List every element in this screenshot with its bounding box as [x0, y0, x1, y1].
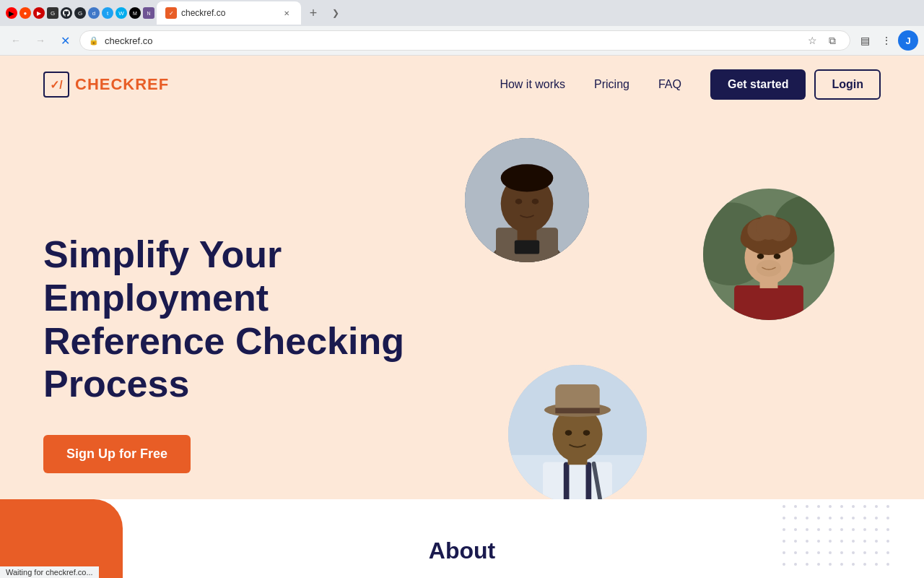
address-bar[interactable]: 🔒 checkref.co ☆ ⧉: [79, 30, 850, 51]
dot: [806, 540, 808, 543]
dot: [817, 540, 820, 543]
bookmark-page-icon[interactable]: ☆: [803, 32, 821, 49]
browser-menu-button[interactable]: ⋮: [876, 30, 897, 51]
lock-icon: 🔒: [89, 36, 99, 46]
dot: [817, 528, 820, 531]
dot: [829, 517, 832, 519]
dot: [806, 505, 808, 508]
active-tab-title: checkref.co: [181, 8, 276, 18]
new-tab-button[interactable]: +: [303, 3, 323, 23]
dot: [794, 563, 797, 566]
dot: [817, 517, 820, 519]
dot: [875, 517, 878, 519]
svg-point-35: [757, 215, 781, 239]
favicon-2[interactable]: ●: [19, 7, 31, 19]
dot: [875, 563, 878, 566]
dot: [806, 517, 808, 519]
address-bar-row: ← → ✕ 🔒 checkref.co ☆ ⧉ ▤ ⋮ J: [0, 26, 924, 55]
dot: [886, 551, 889, 554]
svg-point-38: [774, 254, 781, 259]
favicon-8[interactable]: t: [102, 7, 113, 19]
logo-text: CHECKREF: [75, 75, 169, 94]
svg-point-9: [532, 199, 539, 204]
dot: [852, 517, 855, 519]
sidebar-toggle-button[interactable]: ▤: [855, 30, 875, 51]
dot: [875, 551, 878, 554]
nav-pricing[interactable]: Pricing: [594, 78, 629, 91]
favicon-7[interactable]: d: [88, 7, 100, 19]
dot: [863, 528, 866, 531]
navbar: ✓/ CHECKREF How it works Pricing FAQ Get…: [0, 56, 924, 113]
dot: [863, 517, 866, 519]
dot: [783, 551, 785, 554]
dot: [886, 505, 889, 508]
dot: [875, 528, 878, 531]
dot: [794, 528, 797, 531]
favicon-6[interactable]: G: [74, 7, 86, 19]
dot: [829, 528, 832, 531]
favicon-5[interactable]: [61, 7, 72, 19]
nav-how-it-works[interactable]: How it works: [500, 78, 565, 91]
dot: [806, 528, 808, 531]
favicon-11[interactable]: N: [143, 7, 154, 19]
avatar-2: [505, 362, 650, 506]
dot: [806, 551, 808, 554]
dot: [817, 551, 820, 554]
favicon-10[interactable]: M: [129, 7, 141, 19]
active-tab[interactable]: ✓ checkref.co ✕: [157, 1, 301, 25]
dot: [840, 563, 843, 566]
dot: [794, 517, 797, 519]
svg-point-36: [757, 260, 781, 277]
dot: [886, 528, 889, 531]
dot: [783, 528, 785, 531]
svg-point-37: [757, 254, 764, 259]
extensions-icon[interactable]: ⧉: [824, 32, 841, 49]
profile-avatar[interactable]: J: [898, 30, 918, 51]
forward-button[interactable]: →: [30, 30, 51, 51]
svg-point-22: [583, 430, 590, 436]
hero-left: Simplify Your Employment Reference Check…: [43, 233, 404, 473]
svg-point-21: [565, 430, 572, 436]
browser-right-buttons: ▤ ⋮ J: [855, 30, 918, 51]
tab-close-button[interactable]: ✕: [281, 7, 292, 19]
dot: [806, 563, 808, 566]
signup-button[interactable]: Sign Up for Free: [43, 435, 191, 473]
dot: [829, 540, 832, 543]
dot: [886, 517, 889, 519]
dot: [886, 540, 889, 543]
person-silhouette-2: [508, 365, 647, 504]
favicon-3[interactable]: ▶: [33, 7, 45, 19]
nav-faq[interactable]: FAQ: [658, 78, 681, 91]
active-tab-favicon: ✓: [165, 7, 177, 19]
avatar-1: [462, 135, 592, 265]
status-bar: Waiting for checkref.co...: [0, 566, 99, 578]
svg-rect-27: [734, 285, 803, 323]
dot: [794, 551, 797, 554]
tab-expand-button[interactable]: ❯: [326, 3, 346, 23]
logo-icon: ✓/: [43, 72, 69, 98]
dot: [783, 540, 785, 543]
logo[interactable]: ✓/ CHECKREF: [43, 72, 169, 98]
bottom-section-hint: About: [0, 499, 924, 578]
favicon-9[interactable]: W: [116, 7, 127, 19]
dot: [817, 505, 820, 508]
svg-point-10: [501, 164, 554, 191]
svg-point-8: [515, 199, 523, 204]
favicon-1[interactable]: ▶: [6, 7, 17, 19]
favicon-4[interactable]: G: [47, 7, 58, 19]
get-started-button[interactable]: Get started: [710, 69, 806, 100]
reload-stop-button[interactable]: ✕: [55, 30, 75, 51]
dot: [852, 551, 855, 554]
back-button[interactable]: ←: [6, 30, 26, 51]
address-bar-icons: ☆ ⧉: [803, 32, 841, 49]
dot: [840, 517, 843, 519]
login-button[interactable]: Login: [814, 69, 881, 100]
dot: [852, 505, 855, 508]
browser-chrome: ▶ ● ▶ G G d t W M N ✓ checkref.co ✕ + ❯ …: [0, 0, 924, 56]
logo-check: CHECK: [75, 75, 135, 93]
dot: [840, 505, 843, 508]
dot: [783, 563, 785, 566]
dot: [794, 505, 797, 508]
dot: [863, 505, 866, 508]
dot: [794, 540, 797, 543]
